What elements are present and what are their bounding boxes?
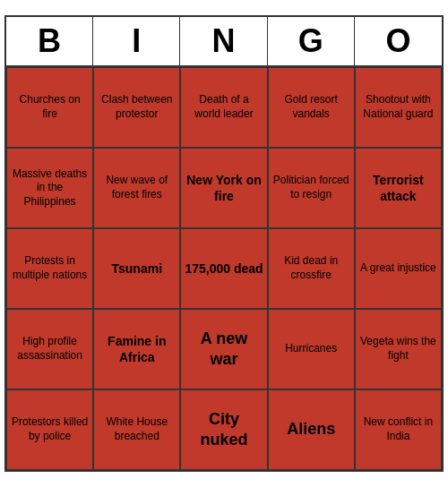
bingo-cell-23: Aliens xyxy=(268,389,355,470)
bingo-cell-18: Hurricanes xyxy=(268,309,355,389)
bingo-letter-o: O xyxy=(355,17,442,65)
bingo-cell-21: White House breached xyxy=(93,389,180,470)
bingo-cell-16: Famine in Africa xyxy=(93,309,180,389)
bingo-cell-7: New York on fire xyxy=(180,148,267,228)
bingo-letter-g: G xyxy=(268,17,355,65)
bingo-grid: Churches on fireClash between protestorD… xyxy=(6,67,442,470)
bingo-letter-b: B xyxy=(6,17,93,65)
bingo-cell-20: Protestors killed by police xyxy=(6,389,93,470)
bingo-cell-13: Kid dead in crossfire xyxy=(268,228,355,309)
bingo-cell-10: Protests in multiple nations xyxy=(6,228,93,309)
bingo-cell-24: New conflict in India xyxy=(355,389,442,470)
bingo-cell-8: Politician forced to resign xyxy=(268,148,355,228)
bingo-cell-14: A great injustice xyxy=(355,228,442,309)
bingo-cell-1: Clash between protestor xyxy=(93,67,180,148)
bingo-cell-11: Tsunami xyxy=(93,228,180,309)
bingo-cell-4: Shootout with National guard xyxy=(355,67,442,148)
bingo-cell-17: A new war xyxy=(180,309,267,389)
bingo-cell-3: Gold resort vandals xyxy=(268,67,355,148)
bingo-cell-22: City nuked xyxy=(180,389,267,470)
bingo-cell-9: Terrorist attack xyxy=(355,148,442,228)
bingo-cell-5: Massive deaths in the Philippines xyxy=(6,148,93,228)
bingo-header: BINGO xyxy=(6,17,442,67)
bingo-card: BINGO Churches on fireClash between prot… xyxy=(4,15,444,472)
bingo-cell-15: High profile assassination xyxy=(6,309,93,389)
bingo-cell-0: Churches on fire xyxy=(6,67,93,148)
bingo-letter-n: N xyxy=(180,17,267,65)
bingo-cell-6: New wave of forest fires xyxy=(93,148,180,228)
bingo-letter-i: I xyxy=(93,17,180,65)
bingo-cell-19: Vegeta wins the fight xyxy=(355,309,442,389)
bingo-cell-2: Death of a world leader xyxy=(180,67,267,148)
bingo-cell-12: 175,000 dead xyxy=(180,228,267,309)
